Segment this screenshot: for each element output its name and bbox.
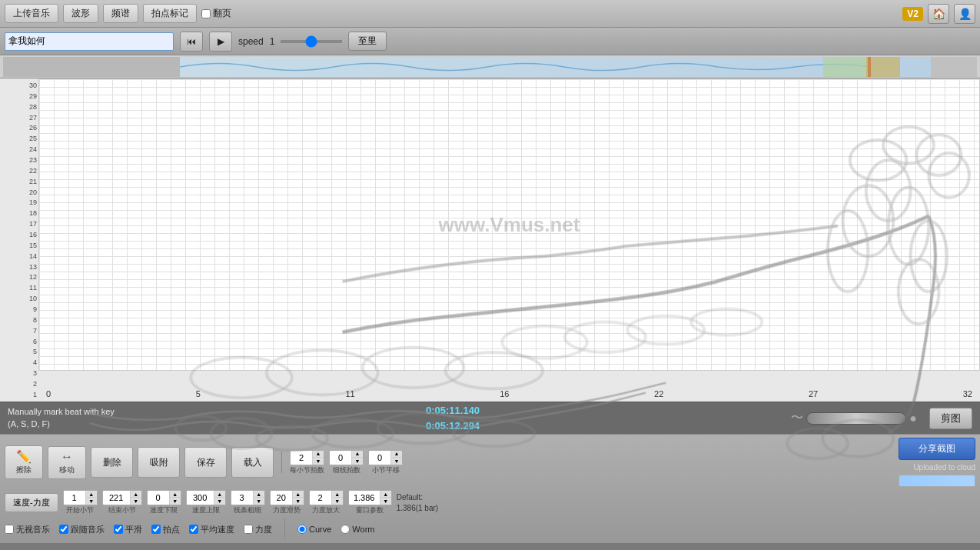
default-label: Default:	[397, 492, 438, 503]
start-bar-input[interactable]: ▲ ▼	[63, 490, 98, 505]
speed-low-value[interactable]	[148, 493, 169, 502]
start-bar-spinners[interactable]: ▲ ▼	[85, 491, 97, 505]
start-bar-label: 开始小节	[66, 505, 94, 515]
follow-checkbox[interactable]	[59, 525, 68, 534]
velocity-smooth-value[interactable]	[271, 493, 292, 502]
velocity-checkbox-label[interactable]: 力度	[244, 524, 272, 535]
line-width-up[interactable]: ▲	[254, 491, 264, 498]
home-button[interactable]: 🏠	[928, 4, 949, 24]
start-bar-down[interactable]: ▼	[86, 498, 97, 505]
chart-area[interactable]: www.Vmus.net	[38, 78, 980, 371]
rewind-button[interactable]: ⏮	[180, 32, 203, 52]
line-width-spinners[interactable]: ▲ ▼	[253, 491, 264, 505]
end-bar-value[interactable]	[103, 493, 130, 502]
velocity-zoom-value[interactable]	[310, 493, 331, 502]
confirm-button[interactable]: 至里	[348, 32, 387, 51]
erase-icon: ✏️	[16, 449, 32, 464]
erase-button[interactable]: ✏️ 擦除	[5, 445, 43, 479]
worm-radio-label[interactable]: Worm	[341, 525, 374, 534]
x-label-16: 16	[500, 389, 509, 398]
main-chart: 30 29 28 27 26 25 24 23 22 21 20 19 18 1…	[0, 78, 980, 402]
uploaded-bar	[899, 475, 975, 487]
speed-high-down[interactable]: ▼	[214, 498, 225, 505]
smooth-checkbox[interactable]	[114, 525, 123, 534]
velocity-zoom-down[interactable]: ▼	[332, 498, 343, 505]
x-label-5: 5	[196, 389, 201, 398]
control-row-2: 速度-力度 ▲ ▼ 开始小节 ▲ ▼ 结束小节	[5, 490, 975, 515]
user-button[interactable]: 👤	[954, 4, 975, 24]
line-width-input[interactable]: ▲ ▼	[231, 490, 265, 505]
window-param-value[interactable]	[349, 493, 380, 502]
window-param-input[interactable]: ▲ ▼	[348, 490, 392, 505]
speed-high-input[interactable]: ▲ ▼	[186, 490, 226, 505]
window-param-spinners[interactable]: ▲ ▼	[380, 491, 391, 505]
start-bar-up[interactable]: ▲	[86, 491, 97, 498]
avg-speed-checkbox[interactable]	[189, 525, 198, 534]
window-param-down[interactable]: ▼	[380, 498, 391, 505]
x-label-22: 22	[654, 389, 663, 398]
move-label: 移动	[59, 465, 75, 475]
waveform-button[interactable]: 波形	[63, 4, 98, 23]
svg-point-7	[267, 350, 378, 395]
speed-slider[interactable]	[281, 40, 342, 43]
velocity-smooth-down[interactable]: ▼	[293, 498, 304, 505]
song-name-input[interactable]	[5, 32, 174, 51]
follow-checkbox-label[interactable]: 跟随音乐	[59, 524, 105, 535]
beats-per-bar-label: 每小节拍数	[290, 465, 324, 475]
velocity-smooth-input[interactable]: ▲ ▼	[270, 490, 304, 505]
speed-label: speed	[238, 36, 264, 47]
curve-radio-label[interactable]: Curve	[297, 525, 331, 534]
line-width-value[interactable]	[231, 493, 253, 502]
end-bar-spinners[interactable]: ▲ ▼	[130, 491, 141, 505]
play-button[interactable]: ▶	[209, 32, 232, 52]
window-param-group: ▲ ▼ 窗口参数	[348, 490, 392, 515]
curve-label: Curve	[309, 525, 331, 534]
v2-badge: V2	[902, 7, 923, 21]
speed-value: 1	[270, 36, 275, 47]
flip-page-checkbox-label[interactable]: 翻页	[201, 7, 231, 20]
follow-label: 跟随音乐	[71, 524, 105, 535]
beat-checkbox-label[interactable]: 拍点	[151, 524, 180, 535]
speed-low-spinners[interactable]: ▲ ▼	[169, 491, 181, 505]
no-sound-checkbox[interactable]	[5, 525, 14, 534]
velocity-zoom-spinners[interactable]: ▲ ▼	[331, 491, 343, 505]
speed-high-up[interactable]: ▲	[214, 491, 225, 498]
end-bar-up[interactable]: ▲	[131, 491, 141, 498]
waveform-yellow-region	[866, 57, 900, 77]
waveform-right-region	[931, 57, 977, 77]
smooth-checkbox-label[interactable]: 平滑	[114, 524, 142, 535]
start-bar-value[interactable]	[64, 493, 85, 502]
velocity-zoom-up[interactable]: ▲	[332, 491, 343, 498]
speed-high-spinners[interactable]: ▲ ▼	[214, 491, 225, 505]
upload-music-button[interactable]: 上传音乐	[5, 4, 58, 23]
curve-radio[interactable]	[297, 525, 307, 534]
speed-high-value[interactable]	[187, 493, 214, 502]
speed-low-down[interactable]: ▼	[170, 498, 181, 505]
speed-low-up[interactable]: ▲	[170, 491, 181, 498]
waveform-main[interactable]	[180, 57, 931, 77]
spectrum-button[interactable]: 频谱	[103, 4, 138, 23]
velocity-label: 力度	[255, 524, 272, 535]
velocity-checkbox[interactable]	[244, 525, 253, 534]
velocity-smooth-spinners[interactable]: ▲ ▼	[292, 491, 304, 505]
beat-checkbox[interactable]	[151, 525, 161, 534]
velocity-smooth-up[interactable]: ▲	[293, 491, 304, 498]
x-label-32: 32	[963, 389, 972, 398]
speed-velocity-button[interactable]: 速度-力度	[5, 493, 58, 512]
end-bar-input[interactable]: ▲ ▼	[102, 490, 142, 505]
speed-low-input[interactable]: ▲ ▼	[147, 490, 181, 505]
window-param-up[interactable]: ▲	[380, 491, 391, 498]
flip-page-checkbox[interactable]	[201, 9, 211, 18]
smooth-label: 平滑	[125, 524, 142, 535]
line-width-down[interactable]: ▼	[254, 498, 264, 505]
avg-speed-checkbox-label[interactable]: 平均速度	[189, 524, 234, 535]
play-icon: ▶	[218, 36, 224, 47]
second-toolbar: ⏮ ▶ speed 1 至里	[0, 28, 980, 55]
beat-mark-button[interactable]: 拍点标记	[143, 4, 197, 23]
end-bar-down[interactable]: ▼	[131, 498, 141, 505]
end-bar-label: 结束小节	[108, 505, 136, 515]
worm-radio[interactable]	[341, 525, 350, 534]
x-label-27: 27	[809, 389, 818, 398]
velocity-zoom-input[interactable]: ▲ ▼	[309, 490, 344, 505]
no-sound-checkbox-label[interactable]: 无视音乐	[5, 524, 50, 535]
